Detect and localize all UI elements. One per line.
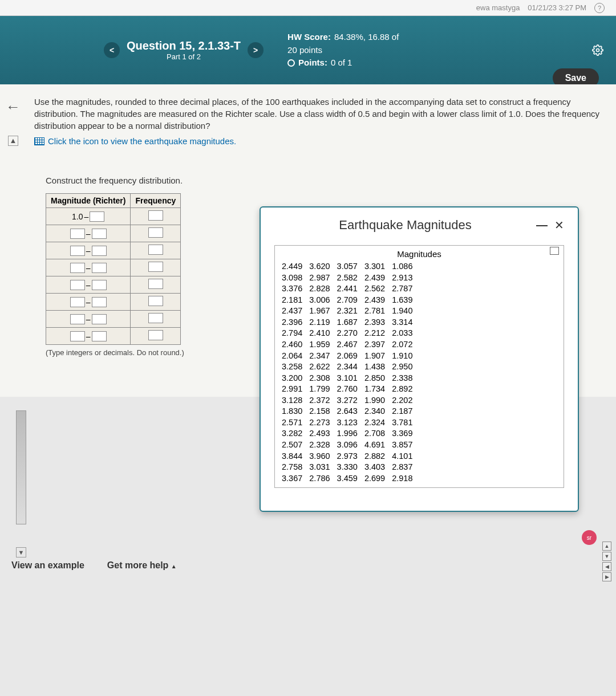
class-upper-input[interactable]: [92, 297, 107, 307]
svg-point-0: [597, 49, 599, 52]
frequency-input[interactable]: [148, 296, 163, 306]
magnitude-value: 2.708: [364, 428, 385, 439]
minimize-icon[interactable]: —: [536, 218, 548, 232]
help-icon[interactable]: ?: [594, 3, 605, 13]
magnitudes-row: 2.1813.0062.7092.4391.639: [282, 295, 557, 306]
frequency-table: Magnitude (Richter) Frequency 1.0– – – –…: [46, 193, 181, 345]
class-lower-input[interactable]: [70, 314, 85, 324]
instructions-text: Use the magnitudes, rounded to three dec…: [34, 97, 599, 131]
magnitudes-row: 2.3962.1191.6872.3933.314: [282, 317, 557, 328]
view-data-link-text: Click the icon to view the earthquake ma…: [48, 135, 236, 147]
magnitude-value: 2.643: [337, 406, 358, 417]
scroll-right-small-icon[interactable]: ▶: [602, 572, 611, 581]
datetime: 01/21/23 3:27 PM: [528, 3, 586, 12]
magnitudes-row: 2.5072.3283.0964.6913.857: [282, 439, 557, 451]
magnitude-value: 3.844: [282, 451, 302, 462]
class-upper-input[interactable]: [92, 331, 107, 341]
scroll-up-icon[interactable]: ▲: [8, 136, 18, 146]
question-title: Question 15, 2.1.33-T: [127, 39, 241, 52]
magnitude-value: 4.101: [392, 451, 412, 462]
hw-score-line2: 20 points: [287, 44, 399, 57]
magnitude-value: 1.967: [309, 306, 330, 317]
class-lower-input[interactable]: [70, 229, 85, 239]
magnitude-value: 2.950: [392, 361, 412, 373]
class-lower-input[interactable]: [70, 297, 85, 307]
scroll-down-small-icon[interactable]: ▼: [602, 552, 611, 561]
class-upper-input[interactable]: [92, 314, 107, 324]
prev-question-button[interactable]: <: [104, 42, 120, 58]
magnitude-value: 1.799: [309, 384, 330, 395]
magnitude-value: 2.507: [282, 439, 302, 451]
magnitude-value: 2.064: [282, 351, 302, 362]
table-icon: [34, 137, 44, 145]
magnitude-value: 2.396: [282, 317, 302, 328]
magnitude-value: 1.830: [282, 406, 302, 417]
frequency-title: Construct the frequency distribution.: [46, 176, 184, 185]
scroll-up-small-icon[interactable]: ▲: [602, 542, 611, 551]
magnitude-value: 2.437: [282, 306, 302, 317]
magnitude-value: 2.119: [309, 317, 330, 328]
magnitude-value: 3.057: [337, 261, 358, 272]
next-question-button[interactable]: >: [248, 42, 264, 58]
class-upper-input[interactable]: [92, 280, 107, 290]
frequency-input[interactable]: [148, 313, 163, 323]
magnitude-value: 2.321: [337, 306, 358, 317]
close-icon[interactable]: ✕: [554, 218, 564, 232]
hw-score-value: 84.38%, 16.88 of: [334, 31, 399, 44]
magnitude-value: 1.996: [337, 428, 358, 439]
points-value: 0 of 1: [331, 56, 352, 70]
class-upper-input[interactable]: [92, 263, 107, 273]
magnitude-value: 2.340: [364, 406, 385, 417]
magnitudes-caption: Magnitudes: [282, 249, 557, 259]
magnitude-value: 1.940: [392, 306, 412, 317]
magnitudes-row: 2.9911.7992.7601.7342.892: [282, 384, 557, 395]
magnitudes-popup: Earthquake Magnitudes — ✕ Magnitudes 2.4…: [260, 206, 579, 512]
class-upper-input[interactable]: [92, 246, 107, 256]
user-name: ewa mastyga: [476, 3, 520, 12]
magnitude-value: 2.441: [337, 283, 358, 295]
view-data-link[interactable]: Click the icon to view the earthquake ma…: [34, 135, 602, 147]
back-arrow-icon[interactable]: ←: [6, 98, 21, 116]
bottom-toolbar: View an example Get more help ▲: [0, 550, 616, 581]
input-note: (Type integers or decimals. Do not round…: [46, 348, 184, 357]
magnitude-value: 3.459: [337, 473, 358, 485]
status-badge[interactable]: sr: [582, 530, 597, 545]
frequency-input[interactable]: [148, 245, 163, 255]
magnitude-value: 2.273: [309, 417, 330, 429]
magnitude-value: 2.202: [392, 395, 412, 406]
scrollbar-track[interactable]: [16, 410, 26, 524]
class-upper-input[interactable]: [92, 229, 107, 239]
magnitude-value: 2.328: [309, 439, 330, 451]
class-lower-input[interactable]: [70, 280, 85, 290]
class-upper-input[interactable]: [90, 211, 104, 222]
magnitudes-row: 3.0982.9872.5822.4392.913: [282, 272, 557, 284]
frequency-input[interactable]: [148, 279, 163, 289]
points-label: Points:: [298, 56, 327, 70]
magnitude-value: 3.857: [392, 439, 412, 451]
magnitude-value: 2.344: [337, 361, 358, 373]
frequency-input[interactable]: [148, 210, 163, 221]
magnitude-value: 3.258: [282, 361, 302, 373]
magnitude-value: 2.758: [282, 462, 302, 473]
gear-icon[interactable]: [591, 43, 605, 57]
magnitude-value: 1.907: [364, 351, 385, 362]
magnitude-value: 3.330: [337, 462, 358, 473]
magnitude-value: 2.918: [392, 473, 412, 485]
view-example-button[interactable]: View an example: [11, 560, 84, 571]
frequency-input[interactable]: [148, 262, 163, 272]
magnitude-value: 2.850: [364, 373, 385, 384]
class-lower-input[interactable]: [70, 263, 85, 273]
copy-icon[interactable]: [551, 248, 559, 255]
class-lower-input[interactable]: [70, 331, 85, 341]
magnitude-value: 3.403: [364, 462, 385, 473]
magnitude-value: 3.301: [364, 261, 385, 272]
magnitude-value: 3.098: [282, 272, 302, 284]
class-lower-input[interactable]: [70, 246, 85, 256]
get-more-help-button[interactable]: Get more help ▲: [107, 560, 177, 571]
scroll-left-small-icon[interactable]: ◀: [602, 562, 611, 571]
hw-score-label: HW Score:: [287, 31, 331, 44]
frequency-input[interactable]: [148, 227, 163, 238]
frequency-input[interactable]: [148, 330, 163, 340]
magnitudes-box: Magnitudes 2.4493.6203.0573.3011.0863.09…: [274, 245, 564, 488]
magnitude-value: 2.158: [309, 406, 330, 417]
